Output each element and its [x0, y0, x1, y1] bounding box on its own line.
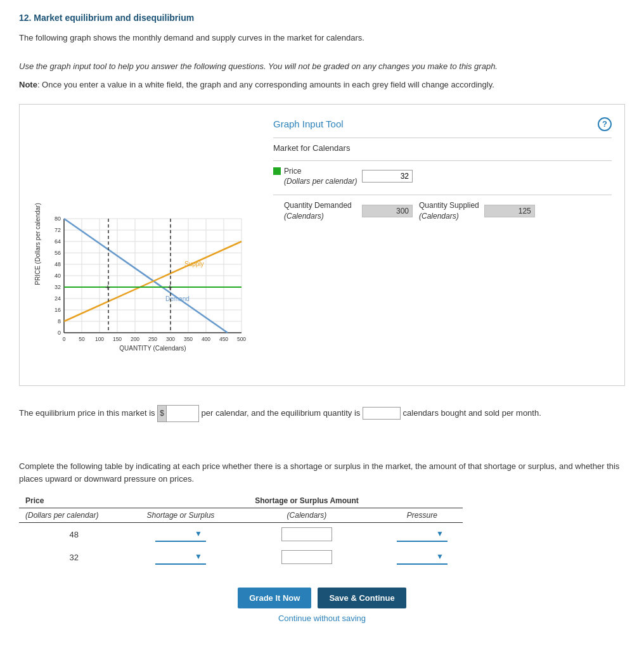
- shortage-table: Price Shortage or Surplus Amount (Dollar…: [19, 494, 463, 569]
- price-col-header: Price: [19, 494, 129, 508]
- dollar-input-wrap[interactable]: $: [157, 405, 199, 423]
- pressure-cell-1[interactable]: ▼: [382, 523, 463, 546]
- note-text: Note: Once you enter a value in a white …: [19, 79, 625, 91]
- input-tool-panel: Graph Input Tool ? Market for Calendars …: [261, 117, 612, 373]
- svg-text:32: 32: [55, 284, 61, 290]
- price-header-label: Price: [25, 496, 44, 505]
- svg-text:300: 300: [166, 336, 175, 342]
- svg-text:0: 0: [58, 330, 61, 336]
- svg-text:200: 200: [131, 336, 139, 342]
- plus-marker-right: +: [167, 282, 172, 292]
- price-cell-1: 48: [19, 523, 129, 546]
- table-header-row-1: Price Shortage or Surplus Amount: [19, 494, 463, 508]
- qty-demanded-sublabel-text: (Calendars): [284, 212, 324, 221]
- table-row: 32 ▼ ▼: [19, 546, 463, 569]
- svg-text:150: 150: [113, 336, 122, 342]
- shortage-amount-col-header: Shortage or Surplus Amount: [232, 494, 381, 508]
- qty-supplied-field: 125: [484, 205, 535, 217]
- intro-text: The following graph shows the monthly de…: [19, 32, 625, 44]
- svg-text:16: 16: [55, 307, 61, 313]
- dropdown-arrow-2: ▼: [195, 552, 202, 561]
- price-subheader: (Dollars per calendar): [19, 508, 129, 523]
- price-input[interactable]: [362, 170, 413, 183]
- qty-supplied-group: Quantity Supplied (Calendars) 125: [419, 200, 535, 222]
- svg-text:8: 8: [58, 318, 61, 324]
- pressure-dropdown-1[interactable]: ▼: [388, 527, 456, 542]
- price-sublabel-text: (Dollars per calendar): [284, 177, 357, 186]
- y-ticks: 0 8 16 24 32 40 48 56 64 72 80: [55, 215, 61, 336]
- qty-row: Quantity Demanded (Calendars) 300 Quanti…: [273, 200, 612, 222]
- svg-text:80: 80: [55, 215, 61, 222]
- eq-text-between: per calendar, and the equilibrium quanti…: [202, 408, 363, 418]
- plus-marker-left: +: [105, 282, 110, 292]
- continue-without-saving-link[interactable]: Continue without saving: [278, 614, 366, 623]
- qty-supplied-label: Quantity Supplied (Calendars): [419, 200, 479, 222]
- chart-svg: PRICE (Dollars per calendar): [32, 117, 248, 371]
- svg-text:72: 72: [55, 227, 61, 233]
- amount-input-1[interactable]: [281, 527, 332, 541]
- equilibrium-section: The equilibrium price in this market is …: [19, 405, 625, 423]
- shortage-dropdown-btn-2[interactable]: ▼: [155, 549, 206, 565]
- button-row: Grade It Now Save & Continue Continue wi…: [19, 588, 625, 623]
- grade-button[interactable]: Grade It Now: [238, 588, 311, 608]
- qty-demanded-label: Quantity Demanded (Calendars): [273, 200, 362, 222]
- pressure-dropdown-btn-1[interactable]: ▼: [397, 527, 448, 542]
- save-continue-button[interactable]: Save & Continue: [318, 588, 406, 608]
- amount-cell-1[interactable]: [232, 523, 381, 546]
- qty-supplied-label-text: Quantity Supplied: [419, 201, 479, 210]
- shortage-dropdown-2[interactable]: ▼: [136, 549, 226, 565]
- help-icon[interactable]: ?: [598, 117, 612, 131]
- pressure-cell-2[interactable]: ▼: [382, 546, 463, 569]
- svg-text:24: 24: [55, 295, 61, 302]
- svg-text:400: 400: [202, 336, 210, 342]
- shortage-surplus-col-header: [129, 494, 233, 508]
- qty-demanded-label-text: Quantity Demanded: [284, 201, 352, 210]
- eq-text-after: calendars bought and sold per month.: [403, 408, 541, 418]
- pressure-arrow-2: ▼: [436, 552, 444, 561]
- table-section: Complete the following table by indicati…: [19, 460, 625, 569]
- svg-text:350: 350: [184, 336, 193, 342]
- svg-text:56: 56: [55, 250, 61, 256]
- chart-area: PRICE (Dollars per calendar): [32, 117, 261, 373]
- dropdown-arrow-1: ▼: [195, 529, 202, 538]
- pressure-col-header: [382, 494, 463, 508]
- svg-text:0: 0: [63, 336, 66, 342]
- graph-tool-container: PRICE (Dollars per calendar): [19, 104, 625, 386]
- svg-text:48: 48: [55, 261, 61, 267]
- eq-text-before: The equilibrium price in this market is: [19, 408, 157, 418]
- x-ticks: 0 50 100 150 200 250 300 350 400 450 500: [63, 336, 247, 342]
- pressure-dropdown-2[interactable]: ▼: [388, 549, 456, 565]
- svg-text:100: 100: [95, 336, 104, 342]
- graph-tool-title-text: Graph Input Tool: [273, 119, 344, 129]
- question-title: 12. Market equilibrium and disequilibriu…: [19, 13, 625, 23]
- divider-1: [273, 138, 612, 138]
- input-tool-title: Graph Input Tool ?: [273, 117, 612, 131]
- eq-qty-input[interactable]: [363, 407, 401, 420]
- shortage-surplus-cell-1[interactable]: ▼: [129, 523, 233, 546]
- divider-3: [273, 195, 612, 195]
- shortage-dropdown-btn-1[interactable]: ▼: [155, 527, 206, 542]
- shortage-surplus-cell-2[interactable]: ▼: [129, 546, 233, 569]
- price-label-text: Price: [284, 167, 301, 176]
- svg-text:40: 40: [55, 273, 61, 279]
- shortage-dropdown-1[interactable]: ▼: [136, 527, 226, 542]
- qty-demanded-field: 300: [362, 205, 413, 217]
- dollar-prefix: $: [158, 406, 167, 422]
- svg-text:250: 250: [148, 336, 157, 342]
- demand-label: Demand: [165, 295, 190, 302]
- table-subheader-row: (Dollars per calendar) Shortage or Surpl…: [19, 508, 463, 523]
- price-cell-2: 32: [19, 546, 129, 569]
- amount-input-2[interactable]: [281, 550, 332, 564]
- supply-label: Supply: [184, 260, 204, 267]
- eq-price-input[interactable]: [167, 408, 198, 419]
- shortage-amount-subheader: (Calendars): [232, 508, 381, 523]
- svg-text:500: 500: [237, 336, 246, 342]
- shortage-surplus-sub-text: Shortage or Surplus: [147, 511, 215, 520]
- pressure-dropdown-btn-2[interactable]: ▼: [397, 549, 448, 565]
- amount-cell-2[interactable]: [232, 546, 381, 569]
- shortage-amount-header-label: Shortage or Surplus Amount: [255, 496, 359, 505]
- svg-text:64: 64: [55, 238, 61, 245]
- pressure-subheader: Pressure: [382, 508, 463, 523]
- price-color-box: [273, 167, 281, 175]
- table-row: 48 ▼ ▼: [19, 523, 463, 546]
